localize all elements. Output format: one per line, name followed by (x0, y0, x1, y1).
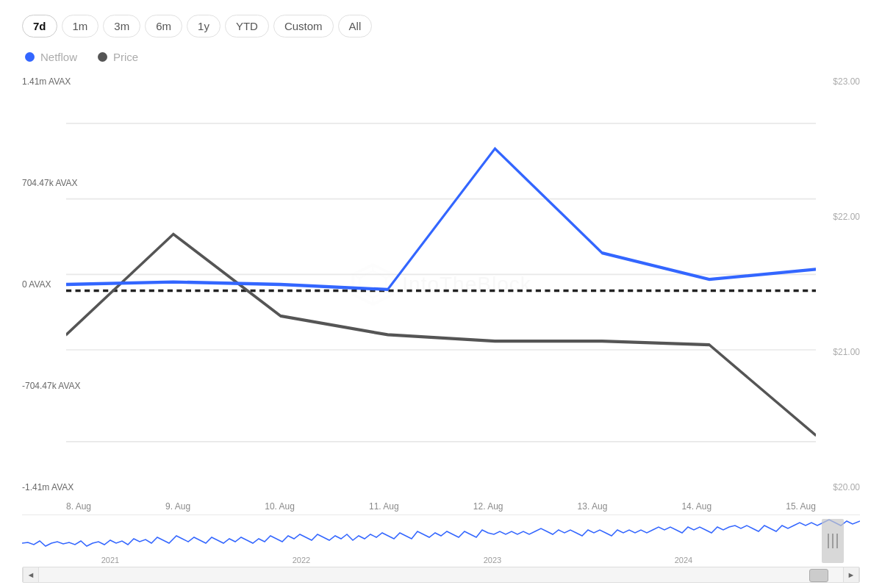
scroll-right-button[interactable]: ► (843, 567, 859, 583)
scrollbar[interactable]: ◄ ► (22, 567, 860, 583)
y-right-label: $22.00 (833, 212, 860, 222)
time-range-selector: 7d1m3m6m1yYTDCustomAll (22, 15, 860, 37)
time-btn-7d[interactable]: 7d (22, 15, 57, 37)
time-btn-custom[interactable]: Custom (273, 15, 334, 37)
x-axis-label: 12. Aug (473, 501, 503, 512)
time-btn-1m[interactable]: 1m (62, 15, 99, 37)
main-container: 7d1m3m6m1yYTDCustomAll Netflow Price 1.4… (0, 0, 882, 588)
time-btn-ytd[interactable]: YTD (225, 15, 269, 37)
legend-netflow: Netflow (25, 51, 77, 63)
time-btn-all[interactable]: All (338, 15, 373, 37)
y-right-label: $23.00 (833, 76, 860, 87)
y-right-label: $21.00 (833, 347, 860, 357)
scrollbar-thumb[interactable] (809, 569, 828, 582)
x-axis-label: 11. Aug (369, 501, 399, 512)
netflow-label: Netflow (40, 51, 77, 63)
y-axis-right: $23.00$22.00$21.00$20.00 (833, 71, 860, 498)
x-axis-label: 14. Aug (681, 501, 711, 512)
time-btn-3m[interactable]: 3m (103, 15, 140, 37)
mini-chart-svg[interactable]: 2021 2022 2023 2024 (22, 515, 860, 567)
legend-price: Price (98, 51, 138, 63)
time-btn-6m[interactable]: 6m (145, 15, 182, 37)
scrollbar-track[interactable] (39, 567, 843, 582)
price-label: Price (113, 51, 138, 63)
scroll-left-button[interactable]: ◄ (23, 567, 39, 583)
x-axis-label: 9. Aug (165, 501, 190, 512)
mini-chart-container: 2021 2022 2023 2024 ◄ ► (22, 514, 860, 581)
price-dot (98, 52, 107, 62)
svg-text:2023: 2023 (484, 556, 501, 564)
x-axis-label: 15. Aug (786, 501, 816, 512)
y-right-label: $20.00 (833, 482, 860, 492)
main-chart-area: 1.41m AVAX704.47k AVAX0 AVAX-704.47k AVA… (22, 71, 860, 498)
netflow-dot (25, 52, 35, 62)
svg-text:2024: 2024 (675, 556, 692, 564)
svg-text:2022: 2022 (293, 556, 310, 564)
svg-text:2021: 2021 (101, 556, 119, 564)
x-axis-label: 10. Aug (265, 501, 295, 512)
x-axis-label: 8. Aug (66, 501, 91, 512)
time-btn-1y[interactable]: 1y (187, 15, 220, 37)
main-chart-svg (66, 71, 816, 498)
x-axis-label: 13. Aug (578, 501, 608, 512)
x-axis-labels: 8. Aug9. Aug10. Aug11. Aug12. Aug13. Aug… (22, 498, 860, 512)
chart-legend: Netflow Price (22, 51, 860, 63)
